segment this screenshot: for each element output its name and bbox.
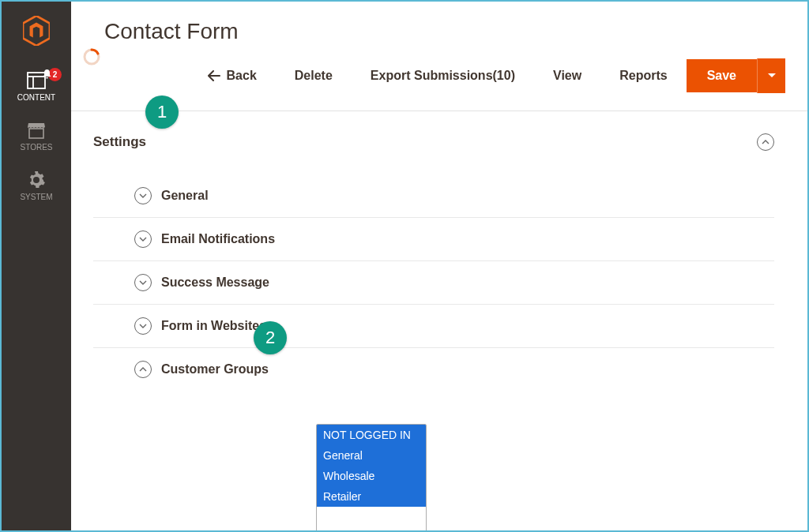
view-button[interactable]: View — [534, 61, 600, 91]
settings-title: Settings — [93, 134, 146, 150]
gear-icon — [25, 170, 47, 189]
settings-panel-header[interactable]: Settings — [93, 133, 774, 151]
section-success-message[interactable]: Success Message — [93, 261, 774, 305]
settings-content: Settings General Email Notifications Suc… — [71, 111, 807, 530]
nav-label: STORES — [21, 143, 53, 152]
main-content: Contact Form Back Delete Export Submissi… — [71, 2, 807, 530]
chevron-down-icon — [134, 187, 152, 204]
section-email-notifications[interactable]: Email Notifications — [93, 218, 774, 261]
arrow-left-icon — [208, 70, 220, 81]
section-general[interactable]: General — [93, 174, 774, 218]
chevron-down-icon — [134, 274, 152, 291]
nav-label: SYSTEM — [20, 193, 52, 201]
chevron-up-icon — [134, 361, 152, 378]
page-title: Contact Form — [93, 19, 785, 44]
save-button[interactable]: Save — [687, 59, 757, 92]
page-header: Contact Form — [71, 2, 807, 44]
delete-button[interactable]: Delete — [276, 61, 352, 91]
nav-label: CONTENT — [17, 93, 55, 102]
chevron-down-icon — [134, 230, 152, 248]
nav-content[interactable]: CONTENT 2 — [2, 60, 71, 110]
nav-system[interactable]: SYSTEM — [2, 159, 71, 209]
admin-sidebar: CONTENT 2 STORES SYSTEM — [2, 2, 71, 530]
svg-rect-3 — [29, 129, 43, 138]
action-bar: Back Delete Export Submissions(10) View … — [71, 44, 807, 111]
section-customer-groups[interactable]: Customer Groups — [93, 348, 774, 391]
loading-spinner-icon — [82, 47, 101, 66]
nav-stores[interactable]: STORES — [2, 110, 71, 159]
section-form-websites[interactable]: Form in Websites — [93, 305, 774, 348]
back-button[interactable]: Back — [189, 61, 276, 91]
customer-groups-field: NOT LOGGED IN General Wholesale Retailer — [316, 424, 774, 530]
save-dropdown-button[interactable] — [757, 58, 785, 93]
magento-logo[interactable] — [2, 2, 71, 60]
reports-button[interactable]: Reports — [600, 61, 686, 91]
caret-down-icon — [768, 73, 776, 78]
annotation-step-2: 2 — [254, 321, 287, 354]
stores-icon — [25, 121, 47, 140]
customer-groups-select[interactable]: NOT LOGGED IN General Wholesale Retailer — [316, 424, 427, 530]
collapse-icon[interactable] — [757, 133, 774, 151]
export-button[interactable]: Export Submissions(10) — [352, 61, 534, 91]
bell-icon — [42, 69, 52, 79]
annotation-step-1: 1 — [145, 96, 179, 129]
chevron-down-icon — [134, 317, 152, 335]
magento-logo-icon — [23, 16, 50, 46]
